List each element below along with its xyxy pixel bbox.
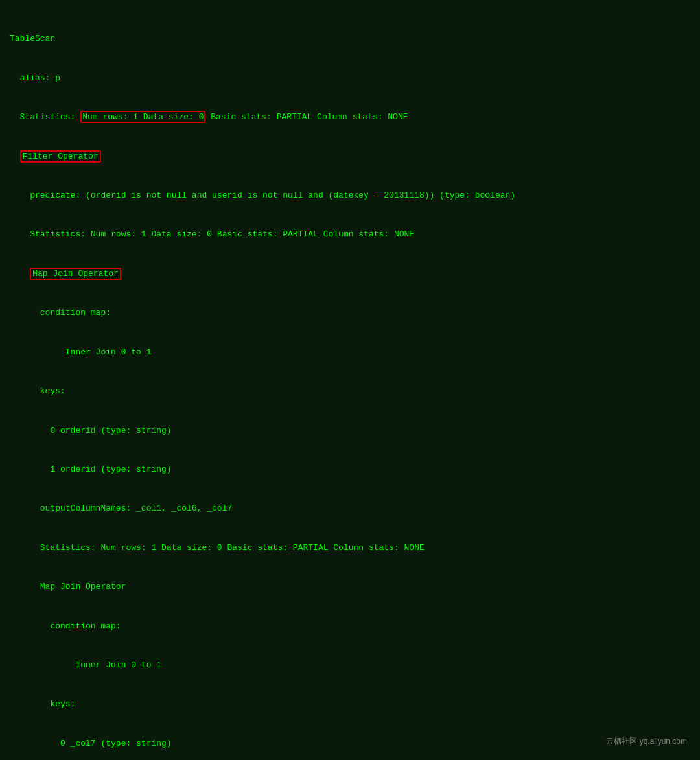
line-output-cols1: outputColumnNames: _col1, _col6, _col7 <box>10 502 690 515</box>
line-stats3: Statistics: Num rows: 1 Data size: 0 Bas… <box>10 542 690 555</box>
map-join-operator-badge-1: Map Join Operator <box>30 268 121 280</box>
line-key-0-orderid: 0 orderid (type: string) <box>10 424 690 437</box>
line-keys1: keys: <box>10 385 690 398</box>
line-key-0-col7: 0 _col7 (type: string) <box>10 737 690 750</box>
line-filter-op: Filter Operator <box>10 150 690 163</box>
line-keys2: keys: <box>10 698 690 711</box>
watermark: 云栖社区 yq.aliyun.com <box>606 736 687 747</box>
line-mapjoin-op2: Map Join Operator <box>10 581 690 593</box>
line-stats1: Statistics: Num rows: 1 Data size: 0 Bas… <box>10 111 690 124</box>
filter-operator-badge: Filter Operator <box>20 150 101 163</box>
line-alias: alias: p <box>10 72 690 85</box>
line-inner-join2: Inner Join 0 to 1 <box>10 659 690 672</box>
line-inner-join1: Inner Join 0 to 1 <box>10 346 690 359</box>
line-stats2: Statistics: Num rows: 1 Data size: 0 Bas… <box>10 228 690 241</box>
line-mapjoin-op1: Map Join Operator <box>10 268 690 281</box>
line-cond-map1: condition map: <box>10 306 690 319</box>
line-cond-map2: condition map: <box>10 620 690 633</box>
stats-highlight-1: Num rows: 1 Data size: 0 <box>80 111 205 123</box>
line-predicate: predicate: (orderid is not null and user… <box>10 189 690 202</box>
line-key-1-orderid: 1 orderid (type: string) <box>10 463 690 476</box>
line-tablescan: TableScan <box>10 32 690 45</box>
code-output: TableScan alias: p Statistics: Num rows:… <box>10 6 690 760</box>
